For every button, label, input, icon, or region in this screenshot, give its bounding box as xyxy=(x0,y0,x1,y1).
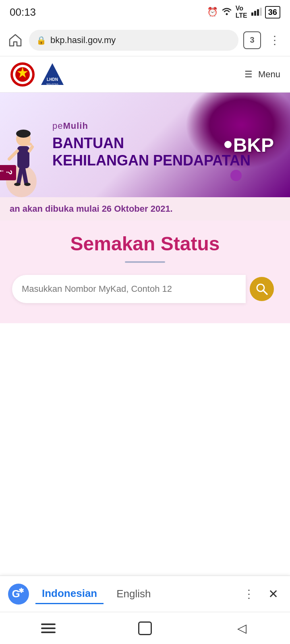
english-language-tab[interactable]: English xyxy=(110,584,157,603)
bkp-text: BKP xyxy=(233,134,274,156)
site-header: LHDN MALAYSIA ☰ Menu xyxy=(0,56,290,93)
svg-point-0 xyxy=(226,13,228,15)
mykad-search-input[interactable] xyxy=(12,275,246,303)
notice-text: an akan dibuka mulai 26 Oktober 2021. xyxy=(10,204,173,214)
battery-icon: 36 xyxy=(265,6,280,19)
svg-line-15 xyxy=(9,151,17,159)
svg-point-20 xyxy=(24,183,31,186)
main-content xyxy=(0,323,290,541)
url-text: bkp.hasil.gov.my xyxy=(50,35,116,45)
svg-point-19 xyxy=(14,183,21,186)
svg-line-24 xyxy=(263,290,267,294)
signal-icon: VoLTE xyxy=(236,5,247,19)
nav-square-icon xyxy=(138,621,152,635)
search-icon-circle xyxy=(250,277,274,301)
system-nav-bar: ◁ xyxy=(0,612,290,644)
hero-dot-small xyxy=(230,170,242,181)
svg-rect-1 xyxy=(251,12,253,16)
tab-count-button[interactable]: 3 xyxy=(243,31,261,49)
hero-content: peMulih BANTUAN KEHILANGAN PENDAPATAN xyxy=(52,121,251,169)
hero-title: BANTUAN KEHILANGAN PENDAPATAN xyxy=(52,134,251,169)
search-title: Semakan Status xyxy=(12,233,278,255)
hero-title-line2: KEHILANGAN PENDAPATAN xyxy=(52,152,251,169)
status-time: 00:13 xyxy=(10,6,36,19)
info-sidebar[interactable]: ?info xyxy=(0,165,16,180)
status-bar: 00:13 ⏰ VoLTE 36 xyxy=(0,0,290,24)
hero-title-line1: BANTUAN xyxy=(52,134,251,152)
home-button[interactable] xyxy=(6,31,24,49)
indonesian-language-tab[interactable]: Indonesian xyxy=(35,584,104,604)
svg-line-17 xyxy=(19,168,21,183)
hamburger-menu-icon: ☰ xyxy=(244,69,253,80)
svg-rect-3 xyxy=(257,9,259,16)
lock-icon: 🔒 xyxy=(36,35,46,45)
search-icon xyxy=(255,282,269,296)
nav-back-icon: ◁ xyxy=(237,621,246,635)
nav-hamburger-icon xyxy=(41,623,56,633)
translate-close-button[interactable]: ✕ xyxy=(264,585,282,603)
lhdn-logo: LHDN MALAYSIA xyxy=(39,62,65,87)
svg-point-21 xyxy=(16,130,31,138)
translate-asterisk: ✱ xyxy=(19,587,24,594)
wifi-icon xyxy=(221,6,232,18)
svg-rect-2 xyxy=(254,11,256,16)
svg-rect-4 xyxy=(260,8,262,16)
url-bar[interactable]: 🔒 bkp.hasil.gov.my xyxy=(29,30,238,51)
info-sidebar-text: ?info xyxy=(0,170,14,175)
network-bars-icon xyxy=(251,7,262,17)
svg-point-22 xyxy=(27,142,32,146)
menu-label: Menu xyxy=(258,69,280,80)
svg-rect-14 xyxy=(17,146,29,168)
search-bar-wrapper xyxy=(12,275,278,303)
hero-banner: peMulih BANTUAN KEHILANGAN PENDAPATAN BK… xyxy=(0,93,290,197)
malaysia-coat-of-arms-logo xyxy=(10,62,35,87)
alarm-icon: ⏰ xyxy=(207,7,218,17)
svg-line-18 xyxy=(23,168,26,183)
menu-button[interactable]: ☰ Menu xyxy=(244,69,280,80)
status-icons: ⏰ VoLTE 36 xyxy=(207,5,280,19)
nav-hamburger-button[interactable] xyxy=(32,616,64,640)
notice-bar: an akan dibuka mulai 26 Oktober 2021. xyxy=(0,197,290,221)
svg-line-16 xyxy=(29,147,32,151)
translate-bar: G ✱ Indonesian English ⋮ ✕ xyxy=(0,576,290,612)
svg-text:MALAYSIA: MALAYSIA xyxy=(46,83,58,85)
nav-back-button[interactable]: ◁ xyxy=(226,616,258,640)
pemulih-label: peMulih xyxy=(52,121,251,131)
search-section: Semakan Status xyxy=(0,221,290,323)
logo-area: LHDN MALAYSIA xyxy=(10,62,65,87)
bkp-badge: BKP xyxy=(233,134,274,156)
hero-person-figure xyxy=(3,117,39,197)
search-button[interactable] xyxy=(246,275,278,303)
pemulih-bold: Mulih xyxy=(63,121,88,131)
translate-more-button[interactable]: ⋮ xyxy=(240,585,258,603)
google-translate-icon: G ✱ xyxy=(8,584,29,605)
svg-text:LHDN: LHDN xyxy=(47,77,58,82)
browser-bar: 🔒 bkp.hasil.gov.my 3 ⋮ xyxy=(0,24,290,56)
nav-home-button[interactable] xyxy=(129,616,161,640)
search-title-underline xyxy=(125,261,165,263)
browser-menu-button[interactable]: ⋮ xyxy=(266,31,284,49)
